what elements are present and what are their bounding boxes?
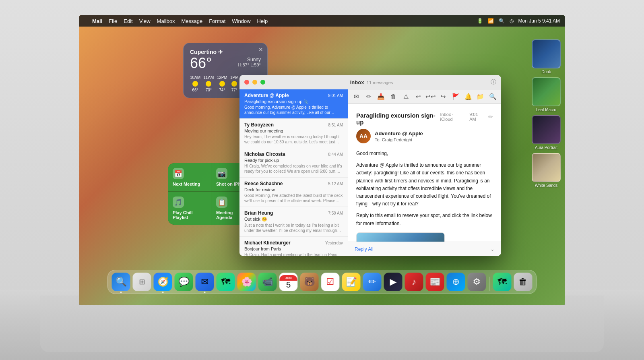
mail-sender-1: Ty Booyzeen xyxy=(244,122,325,128)
reply-options-icon[interactable]: ⌄ xyxy=(490,246,495,252)
dock-reminders[interactable]: ☑ xyxy=(321,273,340,291)
wallpaper-thumb-aura[interactable]: Aura Portrait xyxy=(532,115,561,150)
mail-time-3: 5:12 AM xyxy=(328,182,343,186)
menu-message[interactable]: Message xyxy=(181,18,202,24)
mail-toolbar: ✉ ✏ 📥 🗑 ⚠ ↩ ↩↩ ↪ 🚩 🔔 📁 🔍 xyxy=(348,89,501,104)
battery-icon: 🔋 xyxy=(477,18,483,24)
dock-messages[interactable]: 💬 xyxy=(175,273,193,291)
menu-view[interactable]: View xyxy=(139,18,151,24)
reply-all-icon[interactable]: ↩↩ xyxy=(426,92,435,101)
weather-hilo: H:87° L:59° xyxy=(238,62,261,67)
dock-finder[interactable]: 🔍 xyxy=(112,273,130,291)
dock-maps[interactable]: 🗺 xyxy=(217,273,235,291)
mail-time-4: 7:59 AM xyxy=(328,211,343,215)
menubar: Mail File Edit View Mailbox Message Form… xyxy=(79,15,565,27)
dock-photos[interactable]: 🌸 xyxy=(237,273,256,291)
wallpaper-thumb-white-sands[interactable]: White Sands xyxy=(532,153,561,188)
mail-icon: ✉ xyxy=(201,277,208,287)
dock-mail[interactable]: ✉ xyxy=(196,273,214,291)
mail-sender-2: Nicholas Circosta xyxy=(244,151,325,157)
dock-music[interactable]: ♪ xyxy=(405,273,423,291)
search-mail-icon[interactable]: 🔍 xyxy=(489,92,497,101)
mail-item-2[interactable]: Nicholas Circosta 8:44 AM Ready for pick… xyxy=(239,148,348,178)
folder-icon[interactable]: 📁 xyxy=(477,92,485,101)
wallpaper-thumbnails: Dunk Leaf Macro Aura Portrait White Sand… xyxy=(532,39,561,188)
weather-close-button[interactable]: ✕ xyxy=(258,46,263,53)
detail-sender-name: Adventure @ Apple xyxy=(375,130,493,137)
shortcut-chill-playlist[interactable]: 🎵 Play Chill Playlist xyxy=(168,192,211,225)
menu-help[interactable]: Help xyxy=(257,18,268,24)
mail-time-5: Yesterday xyxy=(325,241,343,245)
launchpad-icon: ⊞ xyxy=(139,277,145,286)
mail-subject-4: Out sick 🤒 xyxy=(244,217,343,222)
shortcut-next-meeting-label: Next Meeting xyxy=(173,182,206,186)
forward-icon[interactable]: ↪ xyxy=(439,92,448,101)
archive-icon[interactable]: 📥 xyxy=(377,92,385,101)
compose-icon[interactable]: ✉ xyxy=(352,92,361,101)
mail-time-0: 9:01 AM xyxy=(328,93,343,98)
info-icon[interactable]: ⓘ xyxy=(491,79,496,86)
trash-icon[interactable]: 🗑 xyxy=(389,92,398,101)
dock-news[interactable]: 📰 xyxy=(426,273,444,291)
siri-icon[interactable]: ◎ xyxy=(510,18,514,24)
dock-launchpad[interactable]: ⊞ xyxy=(133,273,151,291)
sun-icon xyxy=(192,81,198,87)
dock-freeform[interactable]: ✏ xyxy=(363,273,382,291)
dock-appletv[interactable]: ▶ xyxy=(384,273,402,291)
calendar-month: JUN xyxy=(280,275,297,281)
mail-item-3[interactable]: Reece Schachne 5:12 AM Deck for review G… xyxy=(239,178,348,207)
close-button[interactable] xyxy=(244,80,249,85)
settings-icon: ⚙ xyxy=(473,277,481,287)
dock-safari[interactable]: 🧭 xyxy=(154,273,172,291)
edit-icon[interactable]: ✏ xyxy=(365,92,373,101)
thumb-leaf-img xyxy=(532,77,561,106)
dock-calendar[interactable]: JUN 5 xyxy=(279,273,298,291)
finder-dot xyxy=(120,292,122,293)
menu-app[interactable]: Mail xyxy=(92,18,102,24)
flag-icon[interactable]: 🚩 xyxy=(452,92,460,101)
thumb-white-sands-img xyxy=(532,153,561,182)
dock-trash[interactable]: 🗑 xyxy=(514,273,533,291)
mail-item-1[interactable]: Ty Booyzeen 8:51 AM Moving our meeting H… xyxy=(239,119,348,148)
dock-appstore[interactable]: ⊕ xyxy=(447,273,465,291)
mail-sender-0: Adventure @ Apple xyxy=(244,93,325,98)
mail-para1: Adventure @ Apple is thrilled to announc… xyxy=(356,161,493,208)
freeform-icon: ✏ xyxy=(369,277,376,287)
menu-edit[interactable]: Edit xyxy=(124,18,132,24)
menu-format[interactable]: Format xyxy=(209,18,225,24)
mail-preview-3: Good Morning, I've attached the latest b… xyxy=(244,193,343,203)
dock-facetime[interactable]: 📹 xyxy=(258,273,277,291)
reminder-icon[interactable]: 🔔 xyxy=(464,92,473,101)
shortcut-chill-label: Play Chill Playlist xyxy=(173,210,206,220)
menu-file[interactable]: File xyxy=(109,18,117,24)
dock-bear[interactable]: 🐻 xyxy=(300,273,319,291)
sender-avatar: AA xyxy=(356,129,371,143)
menu-window[interactable]: Window xyxy=(232,18,250,24)
wallpaper: Mail File Edit View Mailbox Message Form… xyxy=(79,15,565,305)
detail-edit-icon[interactable]: ✏ xyxy=(488,114,493,120)
dock-notes[interactable]: 📝 xyxy=(342,273,361,291)
menu-mailbox[interactable]: Mailbox xyxy=(157,18,175,24)
wallpaper-thumb-leaf[interactable]: Leaf Macro xyxy=(532,77,561,112)
reply-all-button[interactable]: Reply All xyxy=(355,246,374,252)
news-icon: 📰 xyxy=(429,277,440,287)
sun-icon-4 xyxy=(231,81,237,87)
menubar-right: 🔋 📶 🔍 ◎ Mon Jun 5 9:41 AM xyxy=(477,18,560,24)
mail-time-1: 8:51 AM xyxy=(328,123,343,127)
mail-item-0[interactable]: Adventure @ Apple 9:01 AM Paragliding ex… xyxy=(239,89,348,119)
shortcut-next-meeting[interactable]: 📅 Next Meeting xyxy=(168,163,211,191)
mail-item-4[interactable]: Brian Heung 7:59 AM Out sick 🤒 Just a no… xyxy=(239,207,348,237)
dock-settings[interactable]: ⚙ xyxy=(468,273,486,291)
macbook-frame: Mail File Edit View Mailbox Message Form… xyxy=(0,0,644,360)
search-icon[interactable]: 🔍 xyxy=(499,18,505,24)
thumb-white-sands-label: White Sands xyxy=(532,183,561,188)
mail-dot xyxy=(204,292,206,293)
mail-item-5[interactable]: Michael Klineburger Yesterday Bonjour fr… xyxy=(239,237,348,256)
sender-info: Adventure @ Apple To: Craig Federighi xyxy=(375,130,493,142)
mail-reply-bar: Reply All ⌄ xyxy=(348,242,501,256)
dock-maps2[interactable]: 🗺 xyxy=(493,273,512,291)
reply-icon[interactable]: ↩ xyxy=(414,92,423,101)
wallpaper-thumb-dunk[interactable]: Dunk xyxy=(532,39,561,74)
junk-icon[interactable]: ⚠ xyxy=(402,92,410,101)
sun-icon-2 xyxy=(206,81,211,87)
